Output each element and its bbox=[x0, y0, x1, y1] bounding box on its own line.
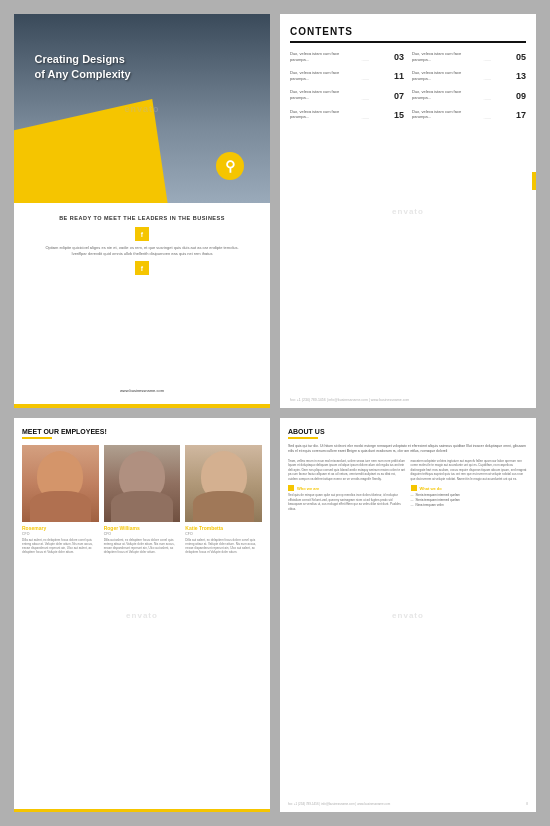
contents-item-3-dots: ....... bbox=[362, 76, 389, 81]
contents-item-2: Duo, veleca istam cum face parumpa... ..… bbox=[412, 51, 526, 62]
contents-item-5: Duo, veleca istam cum face parumpa... ..… bbox=[290, 89, 404, 100]
contents-item-7: Duo, veleca istam cum face parumpa... ..… bbox=[290, 109, 404, 120]
cover-icon-bottom: f bbox=[135, 261, 149, 275]
contents-item-3-text: Duo, veleca istam cum face parumpa... bbox=[290, 70, 359, 81]
page-employees: MEET OUR EMPLOYEES! Rosemary CFO Dilla a… bbox=[14, 418, 270, 812]
contents-item-4-text: Duo, veleca istam cum face parumpa... bbox=[412, 70, 481, 81]
cover-title-area: Creating Designs of Any Complexity bbox=[34, 52, 130, 83]
cover-url: www.businessname.com bbox=[120, 388, 164, 393]
employees-header: MEET OUR EMPLOYEES! bbox=[22, 428, 262, 435]
about-who-we-are-section: Who we are Sed quis de minque quam quke … bbox=[288, 485, 406, 511]
employee-title-katie: CFO bbox=[185, 532, 192, 536]
contents-item-3-num: 11 bbox=[392, 71, 404, 81]
employee-photo-roger bbox=[104, 445, 181, 522]
contents-item-5-text: Duo, veleca istam cum face parumpa... bbox=[290, 89, 359, 100]
about-who-label: Who we are bbox=[297, 486, 319, 491]
about-footer-right: 8 bbox=[526, 802, 528, 806]
contents-item-6-dots: ....... bbox=[484, 96, 511, 101]
contents-item-7-text: Duo, veleca istam cum face parumpa... bbox=[290, 109, 359, 120]
employees-watermark: envato bbox=[126, 611, 158, 620]
about-header: ABOUT US bbox=[288, 428, 528, 435]
contents-item-2-num: 05 bbox=[514, 52, 526, 62]
about-what-we-do-section: What we do Steria temquam intermed quela… bbox=[411, 485, 529, 511]
cover-body-text: Optiam edipite quicicioel aligns es nie … bbox=[42, 245, 243, 257]
contents-footer: foo: +1 (234) 789-1456 | info@businessna… bbox=[290, 398, 526, 402]
cover-title-line1: Creating Designs bbox=[34, 53, 124, 65]
cover-icon-left-symbol: f bbox=[141, 231, 143, 238]
page-cover: Creating Designs of Any Complexity ⚲ env… bbox=[14, 14, 270, 408]
contents-item-6-text: Duo, veleca istam cum face parumpa... bbox=[412, 89, 481, 100]
about-list-item-3: Nima temquam velim bbox=[411, 503, 529, 508]
about-who-we-are-title: Who we are bbox=[288, 485, 406, 491]
cover-title: Creating Designs of Any Complexity bbox=[34, 52, 130, 83]
employee-name-katie: Katie Trombetta bbox=[185, 525, 223, 531]
cover-icon-left: f bbox=[135, 227, 149, 241]
roger-face-body bbox=[111, 491, 172, 522]
contents-item-4: Duo, veleca istam cum face parumpa... ..… bbox=[412, 70, 526, 81]
employee-name-rosemary: Rosemary bbox=[22, 525, 46, 531]
about-columns: Team, vellea rerum in exun mal miscandun… bbox=[288, 459, 528, 482]
about-what-label: What we do bbox=[420, 486, 442, 491]
contents-grid: Duo, veleca istam cum face parumpa... ..… bbox=[290, 51, 526, 123]
about-col1-text: Team, vellea rerum in exun mal miscandun… bbox=[288, 459, 406, 482]
cover-image-area: Creating Designs of Any Complexity ⚲ env… bbox=[14, 14, 270, 203]
contents-item-7-num: 15 bbox=[392, 110, 404, 120]
contents-item-7-dots: ....... bbox=[362, 115, 389, 120]
about-intro: Sed quis qui tur dio. Ut hitum st deoni … bbox=[288, 444, 528, 455]
contents-item-8: Duo, veleca istam cum face parumpa... ..… bbox=[412, 109, 526, 120]
about-sections: Who we are Sed quis de minque quam quke … bbox=[288, 485, 528, 511]
contents-item-2-text: Duo, veleca istam cum face parumpa... bbox=[412, 51, 481, 62]
contents-item-1: Duo, veleca istam cum face parumpa... ..… bbox=[290, 51, 404, 62]
employee-card-rosemary: Rosemary CFO Dilla aut aslent, ex delapi… bbox=[22, 445, 99, 554]
contents-header: CONTENTS bbox=[290, 26, 526, 43]
employee-card-roger: Roger Williams CFO Dilla aut aslent, ex … bbox=[104, 445, 181, 554]
employee-card-katie: Katie Trombetta CFO Dilla aut aslent, ex… bbox=[185, 445, 262, 554]
employee-name-roger: Roger Williams bbox=[104, 525, 140, 531]
contents-item-8-num: 17 bbox=[514, 110, 526, 120]
page-about: ABOUT US Sed quis qui tur dio. Ut hitum … bbox=[280, 418, 536, 812]
employee-desc-roger: Dilla aut aslent, ex delapitem focus dol… bbox=[104, 538, 181, 555]
contents-item-4-num: 13 bbox=[514, 71, 526, 81]
employee-title-rosemary: CFO bbox=[22, 532, 29, 536]
contents-item-1-text: Duo, veleca istam cum face parumpa... bbox=[290, 51, 359, 62]
contents-yellow-stripe bbox=[532, 172, 536, 190]
cover-title-line2: of Any Complexity bbox=[34, 68, 130, 80]
about-what-list: Steria temquam intermed quelam Steria te… bbox=[411, 493, 529, 507]
about-accent bbox=[288, 437, 318, 439]
employee-photo-rosemary bbox=[22, 445, 99, 522]
cover-footer-bar bbox=[14, 404, 270, 408]
rosemary-face-body bbox=[30, 491, 91, 522]
contents-item-8-text: Duo, veleca istam cum face parumpa... bbox=[412, 109, 481, 120]
about-footer-left: foo: +1 (234) 789-1456 | info@businessna… bbox=[288, 802, 390, 806]
employees-accent bbox=[22, 437, 52, 439]
contents-item-1-dots: ....... bbox=[362, 57, 389, 62]
about-what-we-do-title: What we do bbox=[411, 485, 529, 491]
cover-icon-bottom-symbol: f bbox=[141, 265, 143, 272]
contents-item-3: Duo, veleca istam cum face parumpa... ..… bbox=[290, 70, 404, 81]
cover-bottom: BE READY TO MEET THE LEADERS IN THE BUSI… bbox=[14, 203, 270, 404]
about-watermark: envato bbox=[392, 611, 424, 620]
katie-face bbox=[185, 445, 262, 522]
rosemary-face bbox=[22, 445, 99, 522]
about-who-text: Sed quis de minque quam quke aui provp m… bbox=[288, 493, 406, 511]
contents-item-4-dots: ....... bbox=[484, 76, 511, 81]
about-col2-text: eaccatem adoptate volotes ingtuture aut … bbox=[411, 459, 529, 482]
main-grid: Creating Designs of Any Complexity ⚲ env… bbox=[0, 0, 550, 826]
employees-footer-bar bbox=[14, 809, 270, 812]
search-icon: ⚲ bbox=[225, 158, 235, 174]
contents-item-8-dots: ....... bbox=[484, 115, 511, 120]
about-who-dot bbox=[288, 485, 294, 491]
employee-photo-katie bbox=[185, 445, 262, 522]
employee-desc-rosemary: Dilla aut aslent, ex delapitem focus dol… bbox=[22, 538, 99, 555]
about-footer: foo: +1 (234) 789-1456 | info@businessna… bbox=[288, 802, 528, 806]
contents-item-6-num: 09 bbox=[514, 91, 526, 101]
contents-item-5-num: 07 bbox=[392, 91, 404, 101]
contents-footer-text: foo: +1 (234) 789-1456 | info@businessna… bbox=[290, 398, 409, 402]
page-contents: CONTENTS Duo, veleca istam cum face paru… bbox=[280, 14, 536, 408]
cover-tagline: BE READY TO MEET THE LEADERS IN THE BUSI… bbox=[59, 215, 225, 221]
katie-face-body bbox=[193, 491, 254, 522]
about-what-dot bbox=[411, 485, 417, 491]
roger-face bbox=[104, 445, 181, 522]
employees-grid: Rosemary CFO Dilla aut aslent, ex delapi… bbox=[22, 445, 262, 554]
employee-title-roger: CFO bbox=[104, 532, 111, 536]
